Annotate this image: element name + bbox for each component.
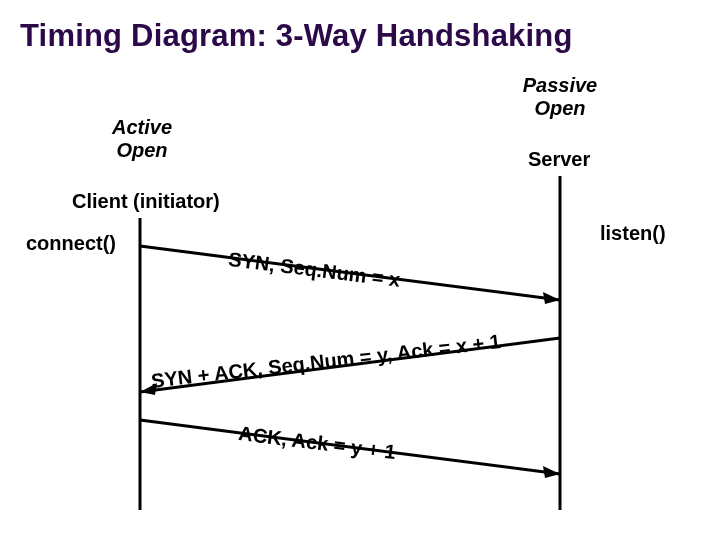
arrow-synack [140, 338, 560, 395]
svg-marker-3 [140, 383, 157, 395]
arrow-syn [140, 246, 560, 304]
diagram-svg [0, 0, 720, 540]
svg-line-2 [140, 338, 560, 392]
svg-line-4 [140, 420, 560, 474]
svg-marker-5 [543, 466, 560, 478]
svg-marker-1 [543, 292, 560, 304]
arrow-ack [140, 420, 560, 478]
svg-line-0 [140, 246, 560, 300]
